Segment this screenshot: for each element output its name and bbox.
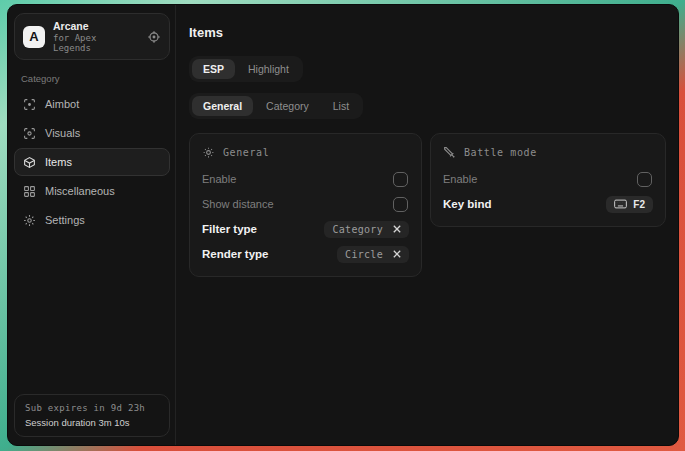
eye-icon [23, 127, 36, 140]
tab-list[interactable]: List [322, 96, 360, 116]
show-distance-checkbox[interactable] [393, 197, 408, 212]
setting-row-key-bind: Key bind F2 [443, 192, 653, 216]
profile-card[interactable]: A Arcane for Apex Legends [14, 13, 170, 60]
battle-mode-card: Battle mode Enable Key bind [430, 133, 666, 227]
setting-label: Filter type [202, 223, 257, 235]
setting-row-enable: Enable [202, 167, 409, 191]
setting-row-render-type: Render type Circle [202, 242, 409, 266]
sidebar-item-label: Aimbot [45, 98, 79, 110]
sub-tab-group: General Category List [189, 93, 363, 119]
setting-label: Enable [443, 173, 477, 185]
keybind-button[interactable]: F2 [606, 196, 653, 213]
sidebar-item-aimbot[interactable]: Aimbot [14, 90, 170, 118]
sun-icon [202, 146, 215, 159]
app-window: A Arcane for Apex Legends Category [7, 4, 679, 446]
crosshair-icon [23, 98, 36, 111]
sidebar-item-settings[interactable]: Settings [14, 206, 170, 234]
sidebar-item-label: Settings [45, 214, 85, 226]
setting-row-show-distance: Show distance [202, 192, 409, 216]
filter-type-select[interactable]: Category [324, 221, 409, 238]
keybind-value: F2 [633, 199, 645, 210]
sidebar-item-label: Miscellaneous [45, 185, 115, 197]
tab-category[interactable]: Category [255, 96, 320, 116]
sidebar-item-items[interactable]: Items [14, 148, 170, 176]
card-title: Battle mode [464, 147, 537, 158]
category-label: Category [21, 73, 163, 84]
box-icon [23, 156, 36, 169]
keyboard-icon [614, 199, 627, 209]
sidebar-nav: Aimbot Visuals Items [14, 90, 170, 234]
sidebar-item-label: Items [45, 156, 72, 168]
selected-value: Category [332, 224, 383, 235]
close-icon[interactable] [393, 225, 401, 233]
sidebar: A Arcane for Apex Legends Category [8, 5, 176, 445]
sub-expires-text: Sub expires in 9d 23h [25, 403, 159, 413]
setting-row-enable: Enable [443, 167, 653, 191]
tab-general[interactable]: General [192, 96, 253, 116]
setting-label: Show distance [202, 198, 274, 210]
session-duration-text: Session duration 3m 10s [25, 417, 159, 428]
sidebar-item-visuals[interactable]: Visuals [14, 119, 170, 147]
app-logo: A [23, 26, 45, 48]
gear-icon [23, 214, 36, 227]
selected-value: Circle [345, 249, 383, 260]
page-title: Items [189, 25, 666, 40]
grid-icon [23, 185, 36, 198]
tab-esp[interactable]: ESP [192, 59, 235, 79]
setting-label: Enable [202, 173, 236, 185]
sword-icon [443, 146, 456, 159]
scope-icon[interactable] [147, 30, 161, 44]
tab-highlight[interactable]: Highlight [237, 59, 300, 79]
card-title: General [223, 147, 269, 158]
mode-tab-group: ESP Highlight [189, 56, 303, 82]
setting-label: Key bind [443, 198, 492, 210]
setting-row-filter-type: Filter type Category [202, 217, 409, 241]
sidebar-item-label: Visuals [45, 127, 80, 139]
main-panel: Items ESP Highlight General Category Lis… [176, 5, 678, 445]
cards-row: General Enable Show distance Filter type… [189, 133, 666, 277]
app-name: Arcane [53, 20, 139, 32]
render-type-select[interactable]: Circle [337, 246, 409, 263]
setting-label: Render type [202, 248, 268, 260]
session-card: Sub expires in 9d 23h Session duration 3… [14, 394, 170, 437]
app-subtitle: for Apex Legends [53, 33, 139, 53]
enable-checkbox[interactable] [393, 172, 408, 187]
sidebar-item-miscellaneous[interactable]: Miscellaneous [14, 177, 170, 205]
close-icon[interactable] [393, 250, 401, 258]
general-card: General Enable Show distance Filter type… [189, 133, 422, 277]
battle-enable-checkbox[interactable] [637, 172, 652, 187]
